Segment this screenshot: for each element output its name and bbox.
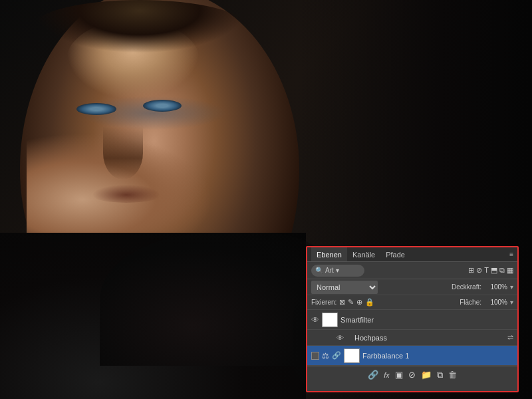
new-layer-icon[interactable]: ⧉ bbox=[437, 370, 443, 380]
layers-panel: Ebenen Kanäle Pfade ≡ 🔍 Art ▾ ⊞ ⊘ T ⬒ ⧉ … bbox=[306, 246, 519, 392]
panel-bottom: 🔗 fx ▣ ⊘ 📁 ⧉ 🗑 bbox=[307, 366, 517, 383]
adjustment-icon[interactable]: ⊘ bbox=[476, 266, 482, 275]
chain-farbbalance-icon: 🔗 bbox=[332, 351, 341, 360]
hair bbox=[33, 0, 246, 53]
tab-kanaele[interactable]: Kanäle bbox=[347, 247, 380, 261]
eye-right bbox=[143, 100, 182, 112]
mask-icon[interactable]: ▣ bbox=[395, 370, 403, 380]
tab-ebenen[interactable]: Ebenen bbox=[311, 247, 347, 261]
opacity-dropdown-icon[interactable]: ▾ bbox=[510, 283, 513, 291]
adjustment-layer-icon[interactable]: ⊘ bbox=[408, 370, 416, 380]
fix-icons: ⊠ ✎ ⊕ 🔒 bbox=[339, 298, 374, 307]
opacity-value: 100% bbox=[484, 283, 507, 291]
toolbar-icons: ⊞ ⊘ T ⬒ ⧉ ▦ bbox=[468, 266, 513, 275]
panel-toolbar-1: 🔍 Art ▾ ⊞ ⊘ T ⬒ ⧉ ▦ bbox=[307, 262, 517, 279]
layer-name-farbbalance: Farbbalance 1 bbox=[362, 352, 513, 360]
text-icon[interactable]: T bbox=[484, 266, 489, 275]
panel-toolbar-3: Fixieren: ⊠ ✎ ⊕ 🔒 Fläche: 100% ▾ bbox=[307, 295, 517, 310]
nose-shadow bbox=[103, 126, 143, 180]
panel-tabs: Ebenen Kanäle Pfade ≡ bbox=[307, 247, 517, 262]
blend-mode-select[interactable]: Normal bbox=[311, 281, 378, 294]
fix-position-icon[interactable]: ⊠ bbox=[339, 298, 345, 307]
visibility-hochpass[interactable]: 👁 bbox=[336, 334, 344, 342]
search-icon: 🔍 bbox=[315, 267, 323, 274]
delete-layer-icon[interactable]: 🗑 bbox=[448, 370, 457, 380]
layers-list: 👁 Smartfilter 👁 Hochpass ⇌ ⚖ 🔗 Farbbalan… bbox=[307, 310, 517, 366]
adjust-farbbalance-icon: ⚖ bbox=[322, 351, 329, 360]
layer-row-hochpass[interactable]: 👁 Hochpass ⇌ bbox=[307, 330, 517, 346]
fx-icon[interactable]: fx bbox=[384, 371, 390, 379]
fix-lock-icon[interactable]: 🔒 bbox=[365, 298, 374, 307]
search-label: Art bbox=[325, 267, 334, 274]
panel-menu-icon[interactable]: ≡ bbox=[509, 251, 513, 258]
fix-paint-icon[interactable]: ✎ bbox=[348, 298, 354, 307]
mouth-area bbox=[86, 183, 166, 203]
tab-pfade[interactable]: Pfade bbox=[380, 247, 410, 261]
layer-row-farbbalance[interactable]: ⚖ 🔗 Farbbalance 1 bbox=[307, 346, 517, 366]
search-box[interactable]: 🔍 Art ▾ bbox=[311, 265, 364, 277]
layer-name-smartfilter: Smartfilter bbox=[340, 316, 513, 324]
panel-toolbar-2: Normal Deckkraft: 100% ▾ bbox=[307, 279, 517, 295]
checkbox-farbbalance[interactable] bbox=[311, 352, 319, 360]
grid-icon[interactable]: ▦ bbox=[507, 266, 513, 275]
hochpass-adjust-icon: ⇌ bbox=[507, 333, 513, 342]
search-dropdown-icon: ▾ bbox=[336, 267, 339, 274]
fix-label: Fixieren: bbox=[311, 299, 336, 306]
fill-dropdown-icon[interactable]: ▾ bbox=[510, 299, 513, 306]
fill-value: 100% bbox=[484, 299, 507, 306]
link-icon[interactable]: ⧉ bbox=[499, 266, 505, 275]
visibility-smartfilter[interactable]: 👁 bbox=[311, 315, 319, 325]
shape-icon[interactable]: ⬒ bbox=[491, 266, 497, 275]
thumb-farbbalance bbox=[344, 348, 360, 363]
fill-label: Fläche: bbox=[460, 299, 481, 306]
layer-row-smartfilter[interactable]: 👁 Smartfilter bbox=[307, 310, 517, 330]
folder-icon[interactable]: 📁 bbox=[421, 370, 432, 380]
eye-left bbox=[76, 103, 116, 115]
new-group-icon[interactable]: ⊞ bbox=[468, 266, 474, 275]
link-layers-icon[interactable]: 🔗 bbox=[368, 370, 378, 380]
layer-name-hochpass: Hochpass bbox=[354, 334, 505, 342]
thumb-smartfilter bbox=[322, 313, 338, 327]
opacity-label: Deckkraft: bbox=[452, 283, 481, 291]
fix-move-icon[interactable]: ⊕ bbox=[356, 298, 362, 307]
